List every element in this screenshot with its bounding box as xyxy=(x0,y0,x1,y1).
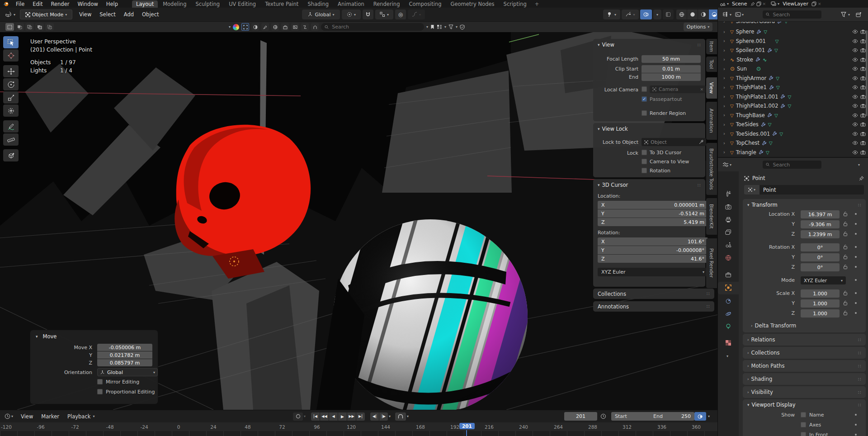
topbar-menu-item[interactable]: File xyxy=(12,1,28,7)
outliner-search-field[interactable] xyxy=(763,10,821,19)
lock-icon[interactable] xyxy=(843,300,848,306)
object-type-visibility-dropdown[interactable]: ▾ xyxy=(603,9,620,19)
hide-viewport-icon[interactable] xyxy=(852,57,858,62)
tool-measure-button[interactable] xyxy=(3,133,19,146)
tab-constraints-icon[interactable] xyxy=(725,298,731,304)
outliner-row[interactable]: › ThighPlate1.002 xyxy=(718,101,868,111)
tool-rotate-button[interactable] xyxy=(3,78,19,90)
asset-category-hdri-icon[interactable] xyxy=(291,23,299,31)
hide-viewport-icon[interactable] xyxy=(852,39,858,43)
expand-icon[interactable]: › xyxy=(723,85,728,90)
local-camera-checkbox[interactable] xyxy=(642,86,647,92)
tool-annotate-button[interactable] xyxy=(3,120,19,133)
outliner-item-name[interactable]: ThighPlate1.001 xyxy=(736,94,778,100)
clip-end-field[interactable]: 1000 m xyxy=(642,73,701,81)
workspace-tab[interactable]: Compositing xyxy=(405,0,445,8)
scene-selector-chevron-icon[interactable]: ▾ xyxy=(727,2,729,6)
workspace-tab[interactable]: Scripting xyxy=(500,0,531,8)
properties-search-field[interactable] xyxy=(763,161,821,169)
proportional-editing-checkbox[interactable] xyxy=(97,389,103,394)
playback-sync-chevron-icon[interactable]: ▾ xyxy=(407,414,409,418)
topbar-menu-item[interactable]: Help xyxy=(102,1,122,7)
tab-texture-icon[interactable] xyxy=(725,340,731,346)
editor-type-timeline-icon[interactable] xyxy=(5,413,10,419)
asset-search-chevron-icon[interactable]: ▾ xyxy=(426,25,428,29)
move-y-field[interactable]: 0.021782 m xyxy=(97,351,152,359)
tool-select-box-button[interactable] xyxy=(3,36,19,48)
jump-to-start-button[interactable]: |◀ xyxy=(311,412,320,421)
expand-icon[interactable]: › xyxy=(723,104,728,109)
sidebar-tab-brushstroke-tools[interactable]: Brushstroke Tools xyxy=(706,143,717,195)
expand-icon[interactable]: › xyxy=(723,141,728,146)
shading-wireframe-button[interactable] xyxy=(676,9,687,19)
outliner-row[interactable]: › Sphere xyxy=(718,27,868,37)
outliner-item-name[interactable]: ThighPlate1.002 xyxy=(736,103,778,109)
expand-icon[interactable]: › xyxy=(723,48,728,53)
expand-icon[interactable]: › xyxy=(723,131,728,136)
filter-chevron-icon[interactable]: ▾ xyxy=(848,13,850,17)
animate-dot[interactable] xyxy=(855,233,857,235)
hide-viewport-icon[interactable] xyxy=(852,122,858,127)
animate-dot[interactable] xyxy=(855,223,857,225)
move-x-field[interactable]: -0.050006 m xyxy=(97,344,152,351)
options-dropdown[interactable]: Options▾ xyxy=(684,23,712,31)
cursor-rot-z-field[interactable]: Z41.6° xyxy=(598,255,708,263)
visibility-panel[interactable]: ›Visibility∷ xyxy=(743,386,866,398)
disable-render-icon[interactable] xyxy=(860,66,866,71)
outliner-item-name[interactable]: Stroke xyxy=(736,57,753,63)
sidebar-tab-pixel-render[interactable]: Pixel Render xyxy=(706,238,717,288)
expand-icon[interactable]: › xyxy=(723,113,728,118)
animate-dot[interactable] xyxy=(855,279,857,281)
transform-value-field[interactable]: 0° xyxy=(801,253,840,261)
tab-physics-icon[interactable] xyxy=(725,311,731,317)
tab-render-icon[interactable] xyxy=(725,204,731,210)
hide-viewport-icon[interactable] xyxy=(852,85,858,90)
lock-icon[interactable] xyxy=(843,254,848,260)
outliner-row[interactable]: › Stroke xyxy=(718,55,868,65)
timeline-type-chevron-icon[interactable]: ▾ xyxy=(11,414,13,418)
annotations-drag-dots[interactable]: ∷ xyxy=(707,304,710,309)
hide-viewport-icon[interactable] xyxy=(852,132,858,136)
animate-dot[interactable] xyxy=(855,256,857,258)
asset-category-model-icon[interactable] xyxy=(241,23,249,31)
outliner-row[interactable]: › Sun xyxy=(718,64,868,74)
camera-to-view-checkbox[interactable] xyxy=(642,159,647,164)
local-camera-field[interactable]: Camera ✕ xyxy=(650,85,706,93)
transform-value-field[interactable]: 0° xyxy=(801,243,840,251)
disable-render-icon[interactable] xyxy=(860,150,866,155)
animate-dot[interactable] xyxy=(855,292,857,294)
select-mode-subtract-button[interactable] xyxy=(25,23,34,31)
view-panel-expand-icon[interactable]: ▾ xyxy=(598,43,600,47)
lock-icon[interactable] xyxy=(843,290,848,296)
collections-drag-dots[interactable]: ∷ xyxy=(707,291,710,296)
asset-category-nodegroup-icon[interactable] xyxy=(301,23,309,31)
show-axes-checkbox[interactable] xyxy=(801,422,806,427)
viewport-display-drag-dots[interactable]: ∷ xyxy=(858,403,861,408)
playhead-line[interactable] xyxy=(466,430,467,436)
prev-keyframe-button[interactable]: ◀◀ xyxy=(320,412,329,421)
asset-search-field[interactable] xyxy=(321,23,424,31)
move-operator-panel[interactable]: ▾ Move Move X -0.050006 m Y 0.021782 m Z… xyxy=(30,330,158,404)
sidebar-tab-animation[interactable]: Animation xyxy=(706,102,717,140)
expand-icon[interactable]: › xyxy=(723,38,728,43)
outliner-item-name[interactable]: ThighArmor xyxy=(736,75,766,81)
playhead[interactable]: 201 xyxy=(459,423,475,429)
object-name-field[interactable]: Point xyxy=(760,185,864,194)
hide-viewport-icon[interactable] xyxy=(852,48,858,52)
outliner-item-name[interactable]: ThighPlate1 xyxy=(736,84,767,90)
rotation-mode-dropdown[interactable]: XYZ Euler▾ xyxy=(801,276,846,284)
view-layer-name[interactable]: ViewLayer xyxy=(781,1,810,7)
new-scene-icon[interactable] xyxy=(756,1,761,6)
asset-category-addon-icon[interactable] xyxy=(311,23,319,31)
scene-name[interactable]: Scene xyxy=(730,1,749,7)
new-collection-icon[interactable] xyxy=(856,12,862,18)
asset-verified-icon[interactable] xyxy=(460,24,465,30)
workspace-tab[interactable]: Layout xyxy=(132,0,158,8)
keying-clock-icon[interactable] xyxy=(600,413,606,419)
outliner-item-name[interactable]: Sphere.001 xyxy=(736,38,766,44)
timeline-menu-item[interactable]: View xyxy=(17,413,37,420)
workspace-tab[interactable]: Shading xyxy=(303,0,333,8)
auto-keying-chevron-icon[interactable]: ▾ xyxy=(304,414,306,418)
animate-dot[interactable] xyxy=(855,312,857,314)
lock-icon[interactable] xyxy=(843,221,848,227)
